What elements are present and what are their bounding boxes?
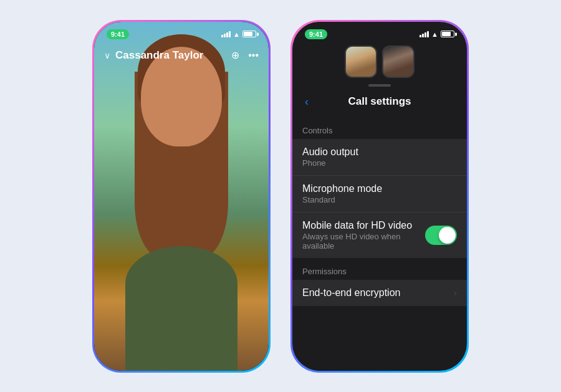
encryption-row-right: › — [454, 288, 457, 298]
mobile-data-title: Mobile data for HD video — [302, 220, 425, 231]
microphone-mode-row[interactable]: Microphone mode Standard — [292, 176, 467, 213]
audio-output-title: Audio output — [302, 146, 358, 158]
settings-header: ‹ Call settings — [292, 90, 467, 117]
more-options-icon[interactable]: ••• — [248, 50, 259, 61]
right-signal-bars-icon — [420, 31, 429, 37]
add-person-icon[interactable]: ⊕ — [231, 49, 239, 61]
left-call-bar: ∨ Cassandra Taylor ⊕ ••• — [94, 49, 269, 62]
toggle-knob — [439, 227, 456, 244]
caller-name: Cassandra Taylor — [115, 49, 226, 62]
left-time-badge: 9:41 — [107, 29, 129, 39]
left-phone-inner: 9:41 ▲ ∨ Cassandra Taylor — [94, 22, 269, 371]
signal-bars-icon — [221, 31, 231, 37]
audio-output-row-left: Audio output Phone — [302, 146, 358, 168]
mobile-data-row-right — [425, 226, 457, 245]
left-status-bar: 9:41 ▲ — [94, 29, 269, 39]
audio-output-subtitle: Phone — [302, 158, 358, 168]
back-button[interactable]: ‹ — [302, 93, 311, 111]
settings-title: Call settings — [348, 95, 411, 108]
mobile-data-row[interactable]: Mobile data for HD video Always use HD v… — [292, 213, 467, 258]
permissions-section-label: Permissions — [292, 258, 467, 280]
microphone-mode-row-left: Microphone mode Standard — [302, 183, 382, 204]
microphone-mode-subtitle: Standard — [302, 195, 382, 204]
right-battery-icon — [441, 31, 454, 37]
controls-settings-group: Audio output Phone Microphone mode Stand… — [292, 139, 467, 258]
call-action-icons: ⊕ ••• — [231, 49, 259, 61]
avatars-row — [292, 42, 467, 84]
encryption-row[interactable]: End-to-end encryption › — [292, 280, 467, 306]
settings-content: Controls Audio output Phone — [292, 117, 467, 371]
avatar-thumbnail-2 — [382, 45, 415, 78]
left-status-icons: ▲ — [221, 31, 256, 38]
phones-container: 9:41 ▲ ∨ Cassandra Taylor — [92, 20, 469, 373]
wifi-icon: ▲ — [233, 31, 240, 38]
body — [125, 246, 237, 371]
right-phone-inner: 9:41 ▲ — [292, 22, 467, 371]
mobile-data-row-left: Mobile data for HD video Always use HD v… — [302, 220, 425, 251]
right-status-bar: 9:41 ▲ — [292, 22, 467, 42]
battery-icon — [242, 31, 256, 37]
microphone-mode-title: Microphone mode — [302, 183, 382, 194]
hd-video-toggle[interactable] — [425, 226, 457, 245]
right-wifi-icon: ▲ — [431, 31, 438, 38]
right-status-icons: ▲ — [420, 31, 454, 38]
mobile-data-subtitle: Always use HD video when available — [302, 232, 425, 251]
permissions-settings-group: End-to-end encryption › — [292, 280, 467, 306]
head — [141, 47, 222, 146]
left-phone-wrapper: 9:41 ▲ ∨ Cassandra Taylor — [92, 20, 271, 373]
right-time-badge: 9:41 — [305, 29, 327, 39]
drag-indicator — [368, 84, 391, 87]
chevron-down-icon[interactable]: ∨ — [104, 50, 110, 60]
right-phone-wrapper: 9:41 ▲ — [290, 20, 469, 373]
audio-output-row[interactable]: Audio output Phone — [292, 139, 467, 176]
encryption-title: End-to-end encryption — [302, 287, 400, 299]
controls-section-label: Controls — [292, 117, 467, 139]
encryption-row-left: End-to-end encryption — [302, 287, 400, 299]
chevron-right-icon: › — [454, 288, 457, 298]
avatar-thumbnail-1 — [345, 45, 377, 78]
